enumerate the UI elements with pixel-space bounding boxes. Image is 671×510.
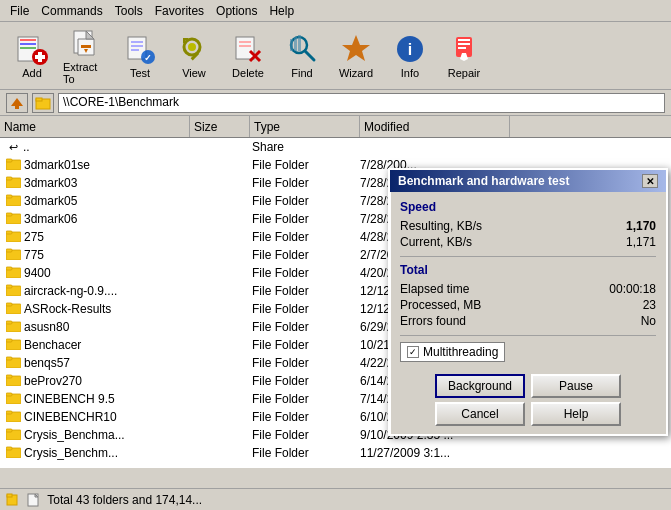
cell-name: Crysis_Benchma... xyxy=(2,427,190,443)
svg-line-29 xyxy=(305,51,314,60)
elapsed-row: Elapsed time 00:00:18 xyxy=(400,281,656,297)
nav-folder-button[interactable] xyxy=(32,93,54,113)
table-row[interactable]: Crysis_Benchm... File Folder 11/27/2009 … xyxy=(0,444,671,462)
extract-button[interactable]: Extract To xyxy=(60,27,112,85)
cell-type: File Folder xyxy=(248,230,356,244)
delete-button[interactable]: Delete xyxy=(222,27,274,85)
menu-favorites[interactable]: Favorites xyxy=(149,2,210,20)
address-path[interactable]: \\CORE-1\Benchmark xyxy=(58,93,665,113)
folder-icon xyxy=(6,355,21,371)
benchmark-dialog: Benchmark and hardware test ✕ Speed Resu… xyxy=(388,168,668,436)
svg-rect-31 xyxy=(294,37,297,51)
svg-rect-54 xyxy=(6,231,12,234)
find-button[interactable]: Find xyxy=(276,27,328,85)
cell-name: 9400 xyxy=(2,265,190,281)
cell-type: File Folder xyxy=(248,428,356,442)
elapsed-label: Elapsed time xyxy=(400,282,469,296)
cell-type: File Folder xyxy=(248,302,356,316)
folder-icon xyxy=(6,319,21,335)
header-type[interactable]: Type xyxy=(250,116,360,137)
errors-row: Errors found No xyxy=(400,313,656,329)
header-size[interactable]: Size xyxy=(190,116,250,137)
svg-rect-38 xyxy=(458,43,470,45)
total-label: Total xyxy=(400,263,656,277)
cell-type: File Folder xyxy=(248,410,356,424)
menu-file[interactable]: File xyxy=(4,2,35,20)
svg-rect-80 xyxy=(7,494,12,497)
svg-rect-48 xyxy=(6,177,12,180)
menu-commands[interactable]: Commands xyxy=(35,2,108,20)
dialog-close-button[interactable]: ✕ xyxy=(642,174,658,188)
cell-type: File Folder xyxy=(248,374,356,388)
svg-rect-76 xyxy=(6,429,12,432)
multithreading-checkbox[interactable]: ✓ xyxy=(407,346,419,358)
dialog-buttons-row1: Background Pause xyxy=(400,374,656,398)
svg-text:✓: ✓ xyxy=(144,53,152,63)
svg-rect-58 xyxy=(6,267,12,270)
status-text: Total 43 folders and 174,14... xyxy=(47,493,202,507)
view-label: View xyxy=(182,67,206,79)
add-button[interactable]: Add xyxy=(6,27,58,85)
svg-rect-32 xyxy=(298,35,301,51)
cell-name: CINEBENCHR10 xyxy=(2,409,190,425)
cell-type: File Folder xyxy=(248,356,356,370)
background-button[interactable]: Background xyxy=(435,374,525,398)
view-icon xyxy=(178,33,210,65)
cell-name: Benchacer xyxy=(2,337,190,353)
nav-up-button[interactable] xyxy=(6,93,28,113)
svg-rect-1 xyxy=(20,39,36,41)
svg-rect-72 xyxy=(6,393,12,396)
svg-rect-74 xyxy=(6,411,12,414)
repair-label: Repair xyxy=(448,67,480,79)
svg-rect-78 xyxy=(6,447,12,450)
multithreading-checkbox-row[interactable]: ✓ Multithreading xyxy=(400,342,505,362)
repair-button[interactable]: Repair xyxy=(438,27,490,85)
cell-type: Share xyxy=(248,140,356,154)
current-row: Current, KB/s 1,171 xyxy=(400,234,656,250)
svg-rect-30 xyxy=(290,39,293,51)
info-button[interactable]: i Info xyxy=(384,27,436,85)
svg-rect-64 xyxy=(6,321,12,324)
header-name[interactable]: Name xyxy=(0,116,190,137)
cell-name: Crysis_Benchm... xyxy=(2,445,190,461)
current-value: 1,171 xyxy=(626,235,656,249)
svg-rect-22 xyxy=(183,38,185,43)
header-modified[interactable]: Modified xyxy=(360,116,510,137)
cell-type: File Folder xyxy=(248,248,356,262)
menu-options[interactable]: Options xyxy=(210,2,263,20)
view-button[interactable]: View xyxy=(168,27,220,85)
test-button[interactable]: ✓ Test xyxy=(114,27,166,85)
cell-name: 775 xyxy=(2,247,190,263)
multithreading-label: Multithreading xyxy=(423,345,498,359)
menu-tools[interactable]: Tools xyxy=(109,2,149,20)
up-dir-icon: ↩ xyxy=(6,140,20,154)
svg-rect-60 xyxy=(6,285,12,288)
cell-type: File Folder xyxy=(248,158,356,172)
cell-name: asusn80 xyxy=(2,319,190,335)
svg-rect-15 xyxy=(131,49,139,51)
help-button[interactable]: Help xyxy=(531,402,621,426)
dialog-buttons-row2: Cancel Help xyxy=(400,402,656,426)
resulting-row: Resulting, KB/s 1,170 xyxy=(400,218,656,234)
cancel-button[interactable]: Cancel xyxy=(435,402,525,426)
svg-rect-25 xyxy=(239,45,251,47)
info-icon: i xyxy=(394,33,426,65)
pause-button[interactable]: Pause xyxy=(531,374,621,398)
statusbar: Total 43 folders and 174,14... xyxy=(0,488,671,510)
svg-rect-50 xyxy=(6,195,12,198)
errors-value: No xyxy=(641,314,656,328)
delete-label: Delete xyxy=(232,67,264,79)
svg-rect-70 xyxy=(6,375,12,378)
cell-name: 3dmark05 xyxy=(2,193,190,209)
folder-icon xyxy=(6,175,21,191)
wizard-button[interactable]: Wizard xyxy=(330,27,382,85)
info-label: Info xyxy=(401,67,419,79)
svg-rect-23 xyxy=(236,37,254,59)
addressbar: \\CORE-1\Benchmark xyxy=(0,90,671,116)
svg-rect-6 xyxy=(35,55,45,59)
menu-help[interactable]: Help xyxy=(263,2,300,20)
table-row[interactable]: ↩.. Share xyxy=(0,138,671,156)
svg-rect-13 xyxy=(131,41,143,43)
svg-rect-14 xyxy=(131,45,143,47)
find-icon xyxy=(286,33,318,65)
